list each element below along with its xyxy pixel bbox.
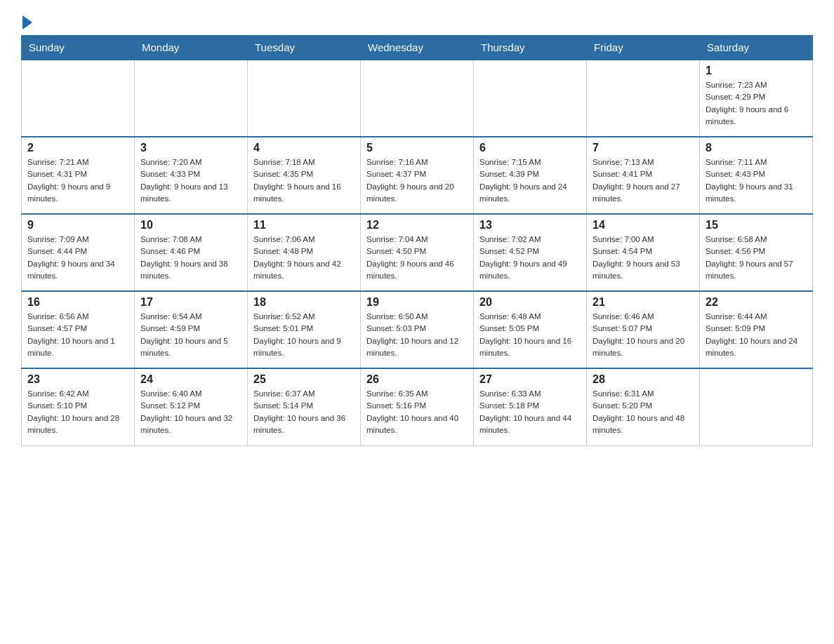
calendar-cell: [135, 60, 248, 137]
calendar-cell: 22Sunrise: 6:44 AMSunset: 5:09 PMDayligh…: [700, 291, 813, 368]
day-number: 23: [27, 373, 128, 386]
day-number: 27: [479, 373, 581, 386]
day-number: 9: [27, 219, 128, 232]
calendar-cell: 28Sunrise: 6:31 AMSunset: 5:20 PMDayligh…: [587, 368, 700, 445]
logo-arrow-icon: [22, 15, 32, 29]
calendar-cell: 25Sunrise: 6:37 AMSunset: 5:14 PMDayligh…: [248, 368, 361, 445]
day-number: 12: [366, 219, 468, 232]
day-info: Sunrise: 7:11 AMSunset: 4:43 PMDaylight:…: [706, 156, 807, 205]
weekday-header-sunday: Sunday: [22, 36, 135, 60]
calendar-cell: 6Sunrise: 7:15 AMSunset: 4:39 PMDaylight…: [474, 137, 587, 214]
day-number: 11: [253, 219, 355, 232]
day-info: Sunrise: 6:42 AMSunset: 5:10 PMDaylight:…: [27, 388, 128, 436]
calendar-cell: [700, 368, 813, 445]
day-info: Sunrise: 6:44 AMSunset: 5:09 PMDaylight:…: [706, 311, 807, 359]
day-info: Sunrise: 7:23 AMSunset: 4:29 PMDaylight:…: [706, 79, 807, 128]
calendar-cell: [248, 60, 361, 137]
day-info: Sunrise: 6:58 AMSunset: 4:56 PMDaylight:…: [706, 234, 807, 282]
weekday-header-thursday: Thursday: [474, 36, 587, 60]
day-number: 6: [479, 142, 581, 154]
calendar-cell: 8Sunrise: 7:11 AMSunset: 4:43 PMDaylight…: [700, 137, 813, 214]
calendar-cell: 27Sunrise: 6:33 AMSunset: 5:18 PMDayligh…: [474, 368, 587, 445]
calendar-body: 1Sunrise: 7:23 AMSunset: 4:29 PMDaylight…: [22, 60, 813, 445]
day-number: 26: [366, 373, 468, 386]
page-header: [21, 14, 813, 28]
day-number: 18: [253, 296, 355, 309]
day-info: Sunrise: 7:02 AMSunset: 4:52 PMDaylight:…: [479, 234, 581, 282]
day-number: 24: [140, 373, 241, 386]
calendar-cell: [587, 60, 700, 137]
calendar-cell: 15Sunrise: 6:58 AMSunset: 4:56 PMDayligh…: [700, 214, 813, 291]
day-number: 5: [366, 142, 468, 154]
calendar-cell: 9Sunrise: 7:09 AMSunset: 4:44 PMDaylight…: [22, 214, 135, 291]
day-info: Sunrise: 6:56 AMSunset: 4:57 PMDaylight:…: [27, 311, 128, 359]
day-info: Sunrise: 6:52 AMSunset: 5:01 PMDaylight:…: [253, 311, 355, 359]
calendar-cell: 24Sunrise: 6:40 AMSunset: 5:12 PMDayligh…: [135, 368, 248, 445]
weekday-header-wednesday: Wednesday: [361, 36, 474, 60]
day-info: Sunrise: 7:15 AMSunset: 4:39 PMDaylight:…: [479, 156, 581, 205]
day-number: 10: [140, 219, 241, 232]
day-number: 4: [253, 142, 355, 154]
day-number: 16: [27, 296, 128, 309]
calendar-cell: 1Sunrise: 7:23 AMSunset: 4:29 PMDaylight…: [700, 60, 813, 137]
calendar-cell: 5Sunrise: 7:16 AMSunset: 4:37 PMDaylight…: [361, 137, 474, 214]
calendar-cell: 17Sunrise: 6:54 AMSunset: 4:59 PMDayligh…: [135, 291, 248, 368]
calendar-cell: 21Sunrise: 6:46 AMSunset: 5:07 PMDayligh…: [587, 291, 700, 368]
day-info: Sunrise: 7:04 AMSunset: 4:50 PMDaylight:…: [366, 234, 468, 282]
day-info: Sunrise: 7:16 AMSunset: 4:37 PMDaylight:…: [366, 156, 468, 205]
calendar-table: SundayMondayTuesdayWednesdayThursdayFrid…: [21, 35, 813, 446]
logo: [21, 14, 32, 28]
day-number: 22: [706, 296, 807, 309]
weekday-header-monday: Monday: [135, 36, 248, 60]
day-number: 13: [479, 219, 581, 232]
calendar-cell: [474, 60, 587, 137]
day-info: Sunrise: 7:06 AMSunset: 4:48 PMDaylight:…: [253, 234, 355, 282]
day-info: Sunrise: 6:31 AMSunset: 5:20 PMDaylight:…: [593, 388, 694, 436]
calendar-cell: [22, 60, 135, 137]
weekday-header-saturday: Saturday: [700, 36, 813, 60]
calendar-cell: 4Sunrise: 7:18 AMSunset: 4:35 PMDaylight…: [248, 137, 361, 214]
calendar-cell: 18Sunrise: 6:52 AMSunset: 5:01 PMDayligh…: [248, 291, 361, 368]
calendar-cell: 23Sunrise: 6:42 AMSunset: 5:10 PMDayligh…: [22, 368, 135, 445]
calendar-cell: 11Sunrise: 7:06 AMSunset: 4:48 PMDayligh…: [248, 214, 361, 291]
calendar-cell: 19Sunrise: 6:50 AMSunset: 5:03 PMDayligh…: [361, 291, 474, 368]
calendar-cell: 13Sunrise: 7:02 AMSunset: 4:52 PMDayligh…: [474, 214, 587, 291]
calendar-cell: 12Sunrise: 7:04 AMSunset: 4:50 PMDayligh…: [361, 214, 474, 291]
day-info: Sunrise: 7:18 AMSunset: 4:35 PMDaylight:…: [253, 156, 355, 205]
day-info: Sunrise: 7:21 AMSunset: 4:31 PMDaylight:…: [27, 156, 128, 205]
day-number: 17: [140, 296, 241, 309]
calendar-cell: [361, 60, 474, 137]
calendar-cell: 20Sunrise: 6:48 AMSunset: 5:05 PMDayligh…: [474, 291, 587, 368]
weekday-header-friday: Friday: [587, 36, 700, 60]
day-number: 20: [479, 296, 581, 309]
calendar-cell: 16Sunrise: 6:56 AMSunset: 4:57 PMDayligh…: [22, 291, 135, 368]
day-number: 1: [706, 65, 807, 77]
day-info: Sunrise: 6:46 AMSunset: 5:07 PMDaylight:…: [593, 311, 694, 359]
day-number: 28: [593, 373, 694, 386]
day-number: 15: [706, 219, 807, 232]
day-info: Sunrise: 6:48 AMSunset: 5:05 PMDaylight:…: [479, 311, 581, 359]
calendar-cell: 14Sunrise: 7:00 AMSunset: 4:54 PMDayligh…: [587, 214, 700, 291]
day-info: Sunrise: 7:08 AMSunset: 4:46 PMDaylight:…: [140, 234, 241, 282]
week-row-1: 1Sunrise: 7:23 AMSunset: 4:29 PMDaylight…: [22, 60, 813, 137]
day-info: Sunrise: 6:50 AMSunset: 5:03 PMDaylight:…: [366, 311, 468, 359]
day-info: Sunrise: 6:35 AMSunset: 5:16 PMDaylight:…: [366, 388, 468, 436]
day-number: 14: [593, 219, 694, 232]
week-row-2: 2Sunrise: 7:21 AMSunset: 4:31 PMDaylight…: [22, 137, 813, 214]
week-row-3: 9Sunrise: 7:09 AMSunset: 4:44 PMDaylight…: [22, 214, 813, 291]
week-row-5: 23Sunrise: 6:42 AMSunset: 5:10 PMDayligh…: [22, 368, 813, 445]
day-number: 21: [593, 296, 694, 309]
calendar-cell: 10Sunrise: 7:08 AMSunset: 4:46 PMDayligh…: [135, 214, 248, 291]
week-row-4: 16Sunrise: 6:56 AMSunset: 4:57 PMDayligh…: [22, 291, 813, 368]
calendar-header: SundayMondayTuesdayWednesdayThursdayFrid…: [22, 36, 813, 60]
day-info: Sunrise: 7:20 AMSunset: 4:33 PMDaylight:…: [140, 156, 241, 205]
day-info: Sunrise: 6:37 AMSunset: 5:14 PMDaylight:…: [253, 388, 355, 436]
day-info: Sunrise: 6:33 AMSunset: 5:18 PMDaylight:…: [479, 388, 581, 436]
day-info: Sunrise: 6:54 AMSunset: 4:59 PMDaylight:…: [140, 311, 241, 359]
day-info: Sunrise: 7:13 AMSunset: 4:41 PMDaylight:…: [593, 156, 694, 205]
day-number: 7: [593, 142, 694, 154]
day-info: Sunrise: 7:00 AMSunset: 4:54 PMDaylight:…: [593, 234, 694, 282]
day-number: 19: [366, 296, 468, 309]
calendar-cell: 7Sunrise: 7:13 AMSunset: 4:41 PMDaylight…: [587, 137, 700, 214]
calendar-cell: 2Sunrise: 7:21 AMSunset: 4:31 PMDaylight…: [22, 137, 135, 214]
